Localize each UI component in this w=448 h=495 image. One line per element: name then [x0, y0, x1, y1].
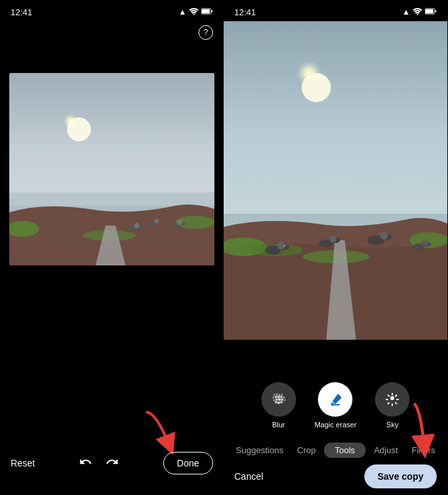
battery-icon [201, 7, 213, 17]
svg-rect-26 [224, 21, 447, 234]
svg-point-50 [281, 393, 283, 395]
blur-tool[interactable]: Blur [261, 382, 296, 429]
svg-point-40 [329, 236, 336, 243]
svg-point-63 [280, 401, 283, 403]
left-status-icons: ▲ [179, 7, 213, 17]
svg-point-48 [275, 393, 277, 395]
svg-point-46 [422, 240, 428, 246]
svg-point-18 [134, 223, 139, 228]
blur-icon [261, 382, 296, 417]
svg-point-52 [275, 395, 277, 398]
cancel-button[interactable]: Cancel [234, 471, 263, 482]
undo-button[interactable] [79, 455, 92, 472]
svg-point-54 [280, 395, 283, 398]
tab-crop[interactable]: Crop [292, 443, 321, 458]
right-status-bar: 12:41 ▲ [224, 0, 447, 21]
blur-label: Blur [272, 421, 285, 429]
svg-point-56 [273, 399, 275, 401]
right-photo [224, 21, 447, 340]
svg-point-28 [302, 73, 331, 102]
help-icon-label: ? [204, 28, 208, 37]
magic-eraser-icon [318, 382, 352, 417]
svg-point-22 [417, 14, 418, 15]
reset-button[interactable]: Reset [11, 458, 35, 468]
svg-point-62 [277, 401, 280, 404]
tab-tools[interactable]: Tools [324, 443, 365, 458]
help-icon[interactable]: ? [198, 25, 213, 40]
left-photo [9, 73, 214, 265]
left-status-bar: 12:41 ▲ [0, 0, 224, 21]
right-wifi-icon [413, 7, 422, 17]
right-status-time: 12:41 [234, 7, 256, 17]
signal-icon: ▲ [179, 7, 187, 17]
svg-rect-2 [202, 9, 210, 13]
left-phone-screen: 12:41 ▲ ? [0, 0, 224, 495]
svg-point-58 [278, 398, 281, 401]
svg-point-51 [272, 397, 274, 399]
svg-point-43 [380, 232, 388, 240]
right-bottom-actions: Cancel Save copy [224, 464, 447, 488]
svg-rect-24 [425, 9, 433, 13]
svg-rect-3 [212, 11, 213, 13]
magic-eraser-tool[interactable]: Magic eraser [315, 382, 357, 429]
svg-point-61 [275, 401, 277, 403]
left-status-time: 12:41 [11, 7, 33, 17]
wifi-icon [189, 7, 198, 17]
svg-rect-25 [435, 11, 437, 13]
svg-rect-5 [9, 73, 214, 206]
svg-point-53 [277, 395, 280, 398]
redo-button[interactable] [106, 455, 119, 472]
save-copy-button[interactable]: Save copy [364, 464, 437, 488]
undo-redo-controls [79, 455, 119, 472]
magic-eraser-label: Magic eraser [315, 421, 357, 429]
svg-point-20 [177, 220, 183, 225]
svg-point-47 [273, 394, 275, 396]
right-phone-screen: 12:41 ▲ [224, 0, 447, 495]
svg-point-60 [283, 399, 285, 401]
svg-point-55 [283, 397, 285, 399]
right-battery-icon [425, 7, 437, 17]
right-signal-icon: ▲ [402, 7, 410, 17]
left-bottom-bar: Reset Done [0, 442, 224, 495]
svg-point-19 [155, 219, 159, 224]
svg-point-59 [281, 398, 283, 401]
svg-point-7 [67, 117, 91, 141]
right-arrow-indicator [381, 397, 441, 463]
svg-point-57 [275, 398, 278, 401]
tab-suggestions[interactable]: Suggestions [230, 443, 289, 458]
done-button[interactable]: Done [163, 452, 213, 474]
svg-point-0 [193, 14, 194, 15]
right-status-icons: ▲ [402, 7, 437, 17]
